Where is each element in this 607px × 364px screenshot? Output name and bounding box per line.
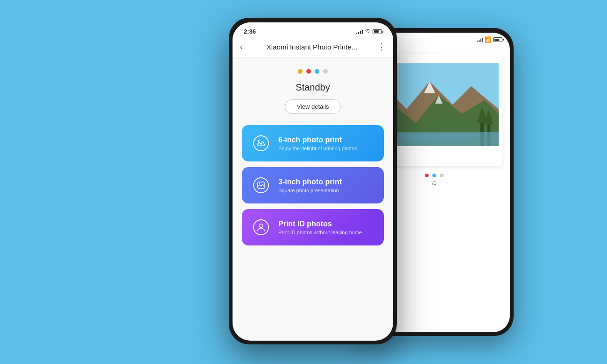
phone-front: 2:36: [229, 18, 397, 344]
three-inch-card[interactable]: 3-inch photo print Square photo presenta…: [242, 167, 384, 203]
svg-point-14: [254, 136, 268, 151]
svg-point-19: [254, 220, 268, 235]
back-battery-icon: [493, 37, 502, 42]
status-time: 2:36: [244, 28, 256, 35]
three-inch-text-group: 3-inch photo print Square photo presenta…: [278, 178, 342, 193]
six-inch-text-group: 6-inch photo print Enjoy the delight of …: [278, 136, 357, 151]
back-dot-2: [432, 174, 436, 177]
more-menu-button[interactable]: ⋮: [377, 42, 386, 52]
id-photo-subtitle: Print ID photos without leaving home: [278, 230, 362, 235]
phone-front-screen: 2:36: [233, 22, 393, 341]
back-wifi-icon: 📶: [485, 36, 492, 43]
six-inch-subtitle: Enjoy the delight of printing photos: [278, 146, 357, 151]
three-inch-subtitle: Square photo presentation: [278, 188, 342, 193]
id-photo-text-group: Print ID photos Print ID photos without …: [278, 220, 362, 235]
photo-square-icon: [251, 175, 271, 195]
svg-point-15: [258, 140, 260, 142]
dot-gray: [323, 69, 328, 74]
signal-icon: [356, 29, 363, 34]
svg-point-20: [259, 224, 263, 228]
status-bar: 2:36: [233, 22, 393, 38]
three-inch-title: 3-inch photo print: [278, 178, 342, 186]
id-photo-card[interactable]: Print ID photos Print ID photos without …: [242, 209, 384, 245]
svg-rect-10: [388, 134, 480, 137]
svg-point-18: [259, 183, 260, 184]
id-photo-title: Print ID photos: [278, 220, 362, 228]
id-photo-icon: [251, 217, 271, 237]
dot-orange: [298, 69, 303, 74]
six-inch-card[interactable]: 6-inch photo print Enjoy the delight of …: [242, 125, 384, 161]
back-dot-1: [425, 174, 429, 177]
page-dots: [298, 69, 328, 74]
battery-icon: [373, 29, 382, 34]
standby-label: Standby: [296, 82, 330, 93]
view-details-button[interactable]: View details: [285, 99, 340, 114]
photo-landscape-icon: [251, 133, 271, 153]
wifi-icon: [365, 28, 371, 35]
status-icons: [356, 28, 382, 35]
back-button[interactable]: ‹: [240, 42, 243, 52]
back-status-icons: 📶: [477, 36, 503, 43]
back-signal-icon: [477, 37, 484, 42]
back-dot-3: [440, 174, 444, 177]
svg-point-16: [254, 178, 268, 193]
app-bar: ‹ Xiaomi Instant Photo Printe... ⋮: [233, 38, 393, 58]
dot-blue: [315, 69, 319, 74]
svg-rect-11: [397, 138, 471, 140]
dot-red: [306, 69, 311, 74]
app-title: Xiaomi Instant Photo Printe...: [247, 43, 377, 51]
six-inch-title: 6-inch photo print: [278, 136, 357, 144]
main-content: Standby View details 6-inch photo print …: [233, 58, 393, 259]
